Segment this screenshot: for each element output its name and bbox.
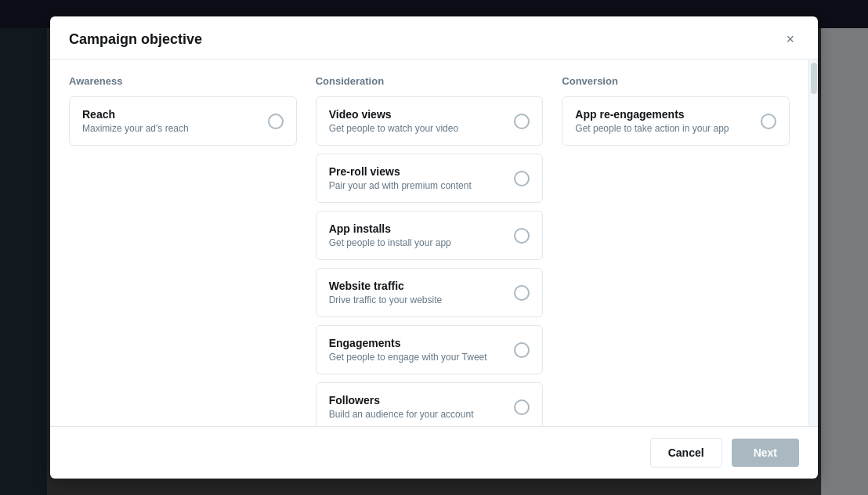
option-app-reengagements-radio[interactable] xyxy=(761,114,776,129)
option-website-traffic-desc: Drive traffic to your website xyxy=(329,294,505,305)
option-app-installs-text: App installs Get people to install your … xyxy=(329,222,505,248)
option-app-installs[interactable]: App installs Get people to install your … xyxy=(316,211,544,260)
option-engagements-radio[interactable] xyxy=(514,342,530,358)
option-pre-roll-desc: Pair your ad with premium content xyxy=(329,180,505,191)
option-pre-roll-radio[interactable] xyxy=(514,171,530,186)
option-app-reengagements-title: App re-engagements xyxy=(575,108,751,121)
option-reach[interactable]: Reach Maximize your ad's reach xyxy=(69,96,297,146)
option-video-views-title: Video views xyxy=(329,108,505,121)
option-app-installs-title: App installs xyxy=(329,222,505,235)
scrollbar-track[interactable] xyxy=(808,60,818,426)
modal-overlay: Campaign objective × Awareness Reach Max… xyxy=(0,0,868,495)
option-pre-roll-title: Pre-roll views xyxy=(329,165,505,178)
column-header-conversion: Conversion xyxy=(562,75,790,87)
modal-title: Campaign objective xyxy=(69,31,202,48)
option-followers[interactable]: Followers Build an audience for your acc… xyxy=(316,382,544,426)
scrollbar-thumb[interactable] xyxy=(811,63,817,94)
column-conversion: Conversion App re-engagements Get people… xyxy=(562,75,790,154)
option-website-traffic-title: Website traffic xyxy=(329,280,505,292)
option-reach-desc: Maximize your ad's reach xyxy=(82,123,259,134)
column-awareness: Awareness Reach Maximize your ad's reach xyxy=(69,75,297,154)
option-pre-roll-text: Pre-roll views Pair your ad with premium… xyxy=(329,165,505,191)
option-engagements[interactable]: Engagements Get people to engage with yo… xyxy=(316,325,544,374)
modal-body: Awareness Reach Maximize your ad's reach… xyxy=(50,60,818,426)
columns-container: Awareness Reach Maximize your ad's reach… xyxy=(69,75,790,426)
option-pre-roll[interactable]: Pre-roll views Pair your ad with premium… xyxy=(316,154,544,203)
option-reach-text: Reach Maximize your ad's reach xyxy=(82,108,259,134)
modal-header: Campaign objective × xyxy=(50,16,818,60)
option-app-reengagements-desc: Get people to take action in your app xyxy=(575,123,751,134)
option-website-traffic[interactable]: Website traffic Drive traffic to your we… xyxy=(316,268,544,317)
option-app-installs-radio[interactable] xyxy=(514,228,530,244)
option-app-installs-desc: Get people to install your app xyxy=(329,237,505,248)
next-button[interactable]: Next xyxy=(732,439,799,467)
modal-footer: Cancel Next xyxy=(50,426,818,479)
option-reach-title: Reach xyxy=(82,108,259,121)
close-button[interactable]: × xyxy=(781,31,799,48)
column-consideration: Consideration Video views Get people to … xyxy=(316,75,544,426)
option-reach-radio[interactable] xyxy=(268,114,284,129)
option-video-views-desc: Get people to watch your video xyxy=(329,123,505,134)
column-header-awareness: Awareness xyxy=(69,75,297,87)
option-engagements-text: Engagements Get people to engage with yo… xyxy=(329,337,505,363)
option-app-reengagements[interactable]: App re-engagements Get people to take ac… xyxy=(562,96,790,146)
option-followers-title: Followers xyxy=(329,394,505,406)
option-video-views-radio[interactable] xyxy=(514,114,530,129)
column-header-consideration: Consideration xyxy=(316,75,544,87)
option-website-traffic-text: Website traffic Drive traffic to your we… xyxy=(329,280,505,305)
option-website-traffic-radio[interactable] xyxy=(514,285,530,301)
option-video-views-text: Video views Get people to watch your vid… xyxy=(329,108,505,134)
option-followers-desc: Build an audience for your account xyxy=(329,409,505,420)
option-app-reengagements-text: App re-engagements Get people to take ac… xyxy=(575,108,751,134)
option-engagements-title: Engagements xyxy=(329,337,505,349)
modal-dialog: Campaign objective × Awareness Reach Max… xyxy=(50,16,818,479)
option-followers-text: Followers Build an audience for your acc… xyxy=(329,394,505,420)
modal-content: Awareness Reach Maximize your ad's reach… xyxy=(50,60,808,426)
option-video-views[interactable]: Video views Get people to watch your vid… xyxy=(316,96,544,146)
option-engagements-desc: Get people to engage with your Tweet xyxy=(329,352,505,363)
cancel-button[interactable]: Cancel xyxy=(650,438,722,468)
option-followers-radio[interactable] xyxy=(514,399,530,415)
